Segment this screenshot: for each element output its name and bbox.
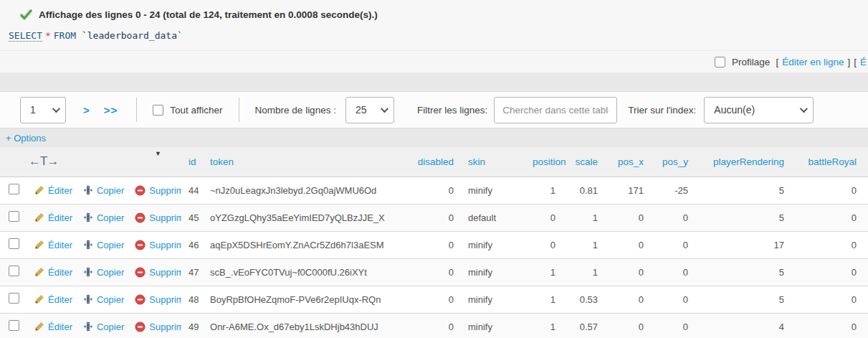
edit-link-partial[interactable]: É: [860, 57, 867, 67]
cell-disabled[interactable]: 0: [398, 204, 461, 231]
cell-id[interactable]: 47: [181, 258, 203, 286]
cell-playerRendering[interactable]: 5: [695, 258, 791, 286]
cell-pos-y[interactable]: 0: [651, 258, 695, 286]
cell-pos-x[interactable]: 0: [605, 258, 651, 286]
copy-row-link[interactable]: Copier: [83, 185, 124, 196]
cell-playerRendering[interactable]: 4: [695, 313, 791, 338]
column-header-scale[interactable]: scale: [576, 156, 598, 167]
cell-token[interactable]: scB_.vEoFYC0TVuj~f0C000fU.26iXYt: [203, 258, 398, 286]
cell-skin[interactable]: minify: [461, 177, 525, 204]
cell-position[interactable]: 1: [525, 177, 563, 204]
delete-row-link[interactable]: Supprimer: [135, 267, 181, 278]
rows-count-select[interactable]: 25: [345, 97, 394, 123]
cell-battleRoyal[interactable]: 0: [791, 177, 868, 204]
column-header-id[interactable]: id: [189, 156, 196, 167]
edit-row-link[interactable]: Éditer: [34, 267, 72, 278]
column-header-battleRoyal[interactable]: battleRoyal: [808, 156, 857, 167]
cell-pos-x[interactable]: 0: [605, 313, 651, 338]
delete-row-link[interactable]: Supprimer: [135, 212, 181, 223]
column-header-token[interactable]: token: [210, 156, 234, 167]
column-header-skin[interactable]: skin: [468, 156, 485, 167]
row-checkbox[interactable]: [9, 238, 19, 249]
edit-row-link[interactable]: Éditer: [34, 212, 72, 223]
copy-row-link[interactable]: Copier: [83, 240, 124, 250]
cell-position[interactable]: 1: [525, 258, 563, 286]
cell-pos-y[interactable]: 0: [651, 231, 695, 258]
cell-pos-y[interactable]: 0: [651, 204, 695, 231]
cell-skin[interactable]: minify: [461, 258, 525, 286]
column-swap-control[interactable]: ←T→: [29, 154, 58, 168]
cell-disabled[interactable]: 0: [398, 258, 461, 286]
cell-skin[interactable]: minify: [461, 286, 525, 313]
cell-id[interactable]: 46: [181, 231, 203, 258]
show-all-checkbox[interactable]: [153, 105, 163, 116]
cell-position[interactable]: 0: [525, 231, 563, 258]
column-visibility-icon[interactable]: ▼: [155, 150, 161, 157]
cell-pos-x[interactable]: 0: [605, 231, 651, 258]
cell-playerRendering[interactable]: 17: [695, 231, 791, 258]
row-checkbox[interactable]: [9, 184, 19, 194]
cell-pos-x[interactable]: 0: [605, 204, 651, 231]
edit-row-link[interactable]: Éditer: [34, 240, 72, 250]
copy-row-link[interactable]: Copier: [83, 267, 124, 278]
cell-battleRoyal[interactable]: 0: [791, 313, 868, 338]
cell-disabled[interactable]: 0: [398, 313, 461, 338]
cell-scale[interactable]: 0.53: [563, 286, 605, 313]
cell-position[interactable]: 0: [525, 204, 563, 231]
edit-inline-link[interactable]: Éditer en ligne: [782, 57, 844, 67]
column-header-pos-y[interactable]: pos_y: [662, 156, 688, 167]
cell-battleRoyal[interactable]: 0: [791, 286, 868, 313]
column-header-playerRendering[interactable]: playerRendering: [713, 156, 784, 167]
cell-battleRoyal[interactable]: 0: [791, 258, 868, 286]
cell-playerRendering[interactable]: 5: [695, 286, 791, 313]
delete-row-link[interactable]: Supprimer: [135, 321, 181, 332]
cell-token[interactable]: ~nJz0uLeagxJn3lebyd.2Gq0ajWMU6Od: [203, 177, 398, 204]
cell-scale[interactable]: 0.81: [563, 177, 605, 204]
copy-row-link[interactable]: Copier: [83, 212, 124, 223]
row-checkbox[interactable]: [9, 293, 19, 304]
column-header-pos-x[interactable]: pos_x: [618, 156, 644, 167]
copy-row-link[interactable]: Copier: [83, 321, 124, 332]
delete-row-link[interactable]: Supprimer: [135, 294, 181, 305]
cell-token[interactable]: BoyRpBfOHeZqmoF-PVe6r2epIUqx-RQn: [203, 286, 398, 313]
cell-skin[interactable]: minify: [461, 313, 525, 338]
last-page-button[interactable]: >>: [104, 104, 118, 116]
cell-scale[interactable]: 0.57: [563, 313, 605, 338]
cell-id[interactable]: 48: [181, 286, 203, 313]
copy-row-link[interactable]: Copier: [83, 294, 124, 305]
cell-disabled[interactable]: 0: [398, 286, 461, 313]
cell-position[interactable]: 1: [525, 313, 563, 338]
page-select[interactable]: 1: [20, 97, 66, 123]
column-header-position[interactable]: position: [533, 156, 566, 167]
cell-pos-x[interactable]: 171: [605, 177, 651, 204]
edit-row-link[interactable]: Éditer: [34, 185, 72, 196]
cell-skin[interactable]: default: [461, 204, 525, 231]
cell-token[interactable]: aqEpX5DSHrEomY.ZnACr5Zd6h7l3aESM: [203, 231, 398, 258]
cell-playerRendering[interactable]: 5: [695, 204, 791, 231]
cell-disabled[interactable]: 0: [398, 231, 461, 258]
cell-skin[interactable]: minify: [461, 231, 525, 258]
cell-battleRoyal[interactable]: 0: [791, 231, 868, 258]
options-toggle[interactable]: + Options: [6, 133, 46, 144]
cell-scale[interactable]: 1: [563, 204, 605, 231]
cell-pos-y[interactable]: 0: [651, 286, 695, 313]
edit-row-link[interactable]: Éditer: [34, 321, 72, 332]
column-header-disabled[interactable]: disabled: [418, 156, 454, 167]
sql-select-keyword[interactable]: SELECT: [9, 30, 42, 42]
cell-pos-y[interactable]: 0: [651, 313, 695, 338]
cell-pos-y[interactable]: -25: [651, 177, 695, 204]
cell-position[interactable]: 1: [525, 286, 563, 313]
cell-token[interactable]: Onr-A6ME.Ox_d67eby1LskDHjb43hDUJ: [203, 313, 398, 338]
cell-scale[interactable]: 1: [563, 258, 605, 286]
cell-token[interactable]: oYZGzgLQhy35aEeYimIED7yQLBzJJE_X: [203, 204, 398, 231]
filter-input[interactable]: [494, 97, 617, 123]
cell-id[interactable]: 44: [181, 177, 203, 204]
cell-id[interactable]: 45: [181, 204, 203, 231]
cell-pos-x[interactable]: 0: [605, 286, 651, 313]
sort-index-select[interactable]: Aucun(e): [704, 97, 814, 123]
next-page-button[interactable]: >: [83, 104, 90, 116]
cell-id[interactable]: 49: [181, 313, 203, 338]
edit-row-link[interactable]: Éditer: [34, 294, 72, 305]
row-checkbox[interactable]: [9, 211, 19, 222]
profiling-checkbox[interactable]: [715, 57, 725, 67]
